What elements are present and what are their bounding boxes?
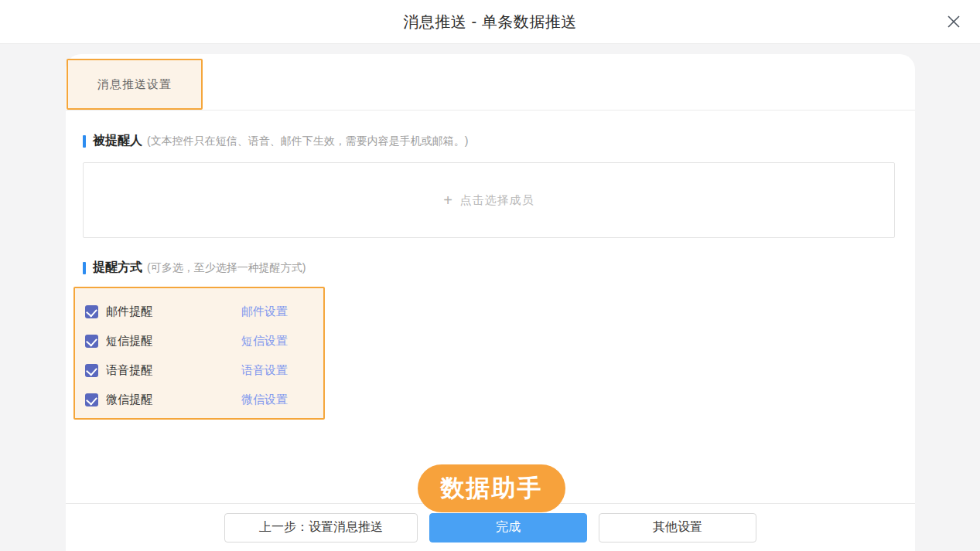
reminder-section-header: 提醒方式 (可多选，至少选择一种提醒方式) bbox=[83, 260, 895, 276]
reminder-section-title: 提醒方式 bbox=[93, 260, 142, 276]
member-select-box[interactable]: + 点击选择成员 bbox=[83, 162, 895, 238]
close-icon bbox=[945, 13, 962, 30]
dialog-header: 消息推送 - 单条数据推送 bbox=[0, 0, 980, 44]
reminder-row-sms: 短信提醒 短信设置 bbox=[85, 326, 323, 355]
section-accent-bar bbox=[83, 262, 86, 274]
voice-settings-link[interactable]: 语音设置 bbox=[241, 363, 288, 378]
sms-checkbox-label: 短信提醒 bbox=[106, 334, 241, 349]
sms-checkbox[interactable] bbox=[85, 335, 98, 348]
email-checkbox[interactable] bbox=[85, 305, 98, 318]
reminder-options-group: 邮件提醒 邮件设置 短信提醒 短信设置 语音提醒 语音设置 微信提醒 微信设置 bbox=[73, 287, 325, 420]
reminder-row-voice: 语音提醒 语音设置 bbox=[85, 355, 323, 385]
email-settings-link[interactable]: 邮件设置 bbox=[241, 304, 288, 319]
voice-checkbox[interactable] bbox=[85, 364, 98, 377]
recipient-section-header: 被提醒人 (文本控件只在短信、语音、邮件下生效，需要内容是手机或邮箱。) bbox=[83, 133, 895, 149]
other-settings-button[interactable]: 其他设置 bbox=[599, 513, 756, 542]
reminder-row-email: 邮件提醒 邮件设置 bbox=[85, 297, 323, 326]
voice-checkbox-label: 语音提醒 bbox=[106, 363, 241, 378]
data-assistant-badge-label: 数据助手 bbox=[441, 472, 543, 505]
wechat-settings-link[interactable]: 微信设置 bbox=[241, 393, 288, 407]
tab-bar: 消息推送设置 bbox=[66, 54, 915, 111]
reminder-section-note: (可多选，至少选择一种提醒方式) bbox=[147, 261, 306, 275]
close-button[interactable] bbox=[943, 11, 965, 32]
dialog-title: 消息推送 - 单条数据推送 bbox=[403, 12, 576, 32]
recipient-section-title: 被提醒人 bbox=[93, 133, 142, 149]
panel-content: 被提醒人 (文本控件只在短信、语音、邮件下生效，需要内容是手机或邮箱。) + 点… bbox=[66, 133, 915, 420]
tab-message-push-settings[interactable]: 消息推送设置 bbox=[67, 59, 203, 110]
sms-settings-link[interactable]: 短信设置 bbox=[241, 334, 288, 349]
section-accent-bar bbox=[83, 135, 86, 148]
member-select-label: 点击选择成员 bbox=[460, 193, 534, 208]
reminder-row-wechat: 微信提醒 微信设置 bbox=[85, 385, 323, 414]
plus-icon: + bbox=[443, 192, 452, 208]
prev-step-button[interactable]: 上一步：设置消息推送 bbox=[224, 513, 418, 542]
wechat-checkbox-label: 微信提醒 bbox=[106, 393, 241, 407]
recipient-section-note: (文本控件只在短信、语音、邮件下生效，需要内容是手机或邮箱。) bbox=[147, 134, 468, 148]
tab-label: 消息推送设置 bbox=[97, 77, 172, 92]
email-checkbox-label: 邮件提醒 bbox=[106, 304, 241, 319]
data-assistant-badge: 数据助手 bbox=[418, 464, 565, 512]
done-button[interactable]: 完成 bbox=[429, 513, 587, 542]
wechat-checkbox[interactable] bbox=[85, 393, 98, 406]
